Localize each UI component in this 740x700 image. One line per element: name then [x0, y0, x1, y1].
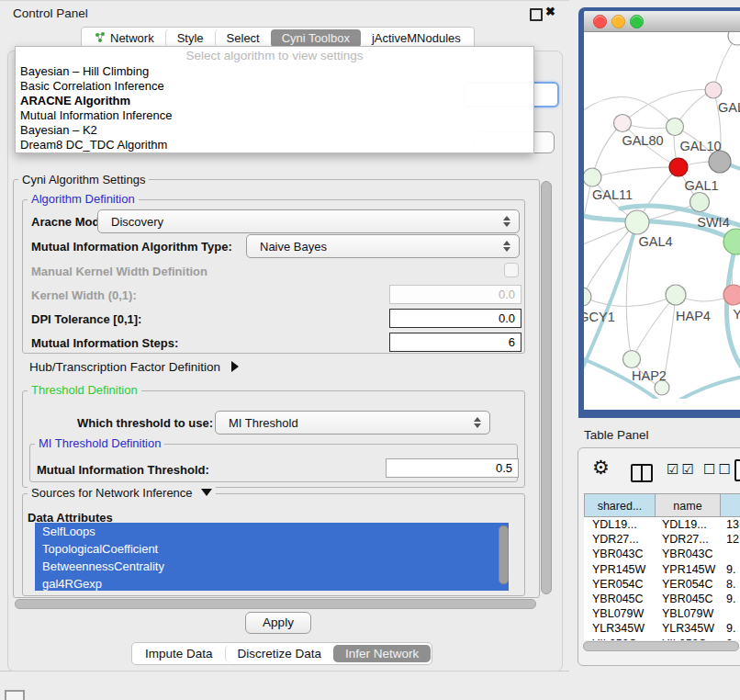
- tab-label: jActiveMNodules: [372, 31, 461, 45]
- network-canvas[interactable]: GAL8GAL80GAL10GAL1GAL11GAL4SWI4GCY1HAP4Y…: [584, 32, 740, 399]
- tab-label: Network: [110, 31, 154, 45]
- table-panel-title: Table Panel: [584, 428, 649, 442]
- attribute-item[interactable]: TopologicalCoefficient: [35, 540, 509, 558]
- table-cell: YBR045C: [654, 592, 718, 606]
- table-cell: 12: [718, 532, 740, 547]
- gear-icon[interactable]: ⚙: [592, 457, 610, 479]
- node-gal10-label: GAL10: [679, 139, 721, 153]
- node-salmon-label: Y: [733, 307, 740, 322]
- table-cell: YIL052C: [654, 637, 718, 641]
- table-row[interactable]: YBR045CYBR045C9.: [584, 592, 740, 606]
- columns-icon[interactable]: [631, 464, 653, 482]
- node-hap2-label: HAP2: [632, 368, 667, 383]
- settings-hscrollbar[interactable]: [15, 599, 536, 609]
- table-row[interactable]: YDL19...YDL19...13: [584, 517, 740, 532]
- sources-group-title[interactable]: Sources for Network Inference: [28, 487, 216, 500]
- table-row[interactable]: YER054CYER054C8.: [584, 577, 740, 592]
- sources-title-label: Sources for Network Inference: [31, 486, 193, 500]
- table-row[interactable]: YLR345WYLR345W9.: [584, 621, 740, 636]
- select-all-checkboxes-icon[interactable]: ☑☑: [667, 461, 697, 478]
- manual-kernel-width-checkbox[interactable]: [504, 263, 519, 277]
- algorithm-option[interactable]: ARACNE Algorithm: [16, 94, 533, 108]
- collapsed-panel-icon[interactable]: [5, 690, 25, 700]
- node-gal11: [584, 168, 601, 186]
- tab-jactivemnodules[interactable]: jActiveMNodules: [361, 29, 472, 47]
- minimize-window-icon[interactable]: [611, 15, 625, 28]
- mi-threshold-group-title: MI Threshold Definition: [35, 437, 164, 450]
- algorithm-option[interactable]: Bayesian – K2: [16, 123, 533, 138]
- tab-style[interactable]: Style: [165, 29, 215, 47]
- tab-cyni-toolbox[interactable]: Cyni Toolbox: [271, 29, 361, 47]
- new-table-icon[interactable]: [734, 459, 740, 481]
- algorithm-option[interactable]: Bayesian – Hill Climbing: [16, 64, 533, 79]
- table-cell: YLR345W: [584, 621, 654, 636]
- tab-label: Cyni Toolbox: [282, 31, 350, 45]
- network-edge-thick: [680, 370, 740, 399]
- table-cell: 13: [718, 517, 740, 532]
- table-cell: [718, 606, 740, 621]
- settings-scrollbar[interactable]: [540, 174, 551, 600]
- network-edge: [622, 89, 713, 123]
- dpi-tolerance-label: DPI Tolerance [0,1]:: [31, 312, 141, 326]
- node-gal80-label: GAL80: [622, 133, 663, 148]
- close-window-icon[interactable]: [593, 15, 607, 28]
- stepper-icon: [470, 417, 485, 428]
- tab-select[interactable]: Select: [215, 29, 271, 47]
- aracne-mode-select[interactable]: Discovery: [97, 209, 520, 233]
- table-row[interactable]: YBL079WYBL079W: [584, 606, 740, 621]
- tab-impute-data[interactable]: Impute Data: [133, 645, 225, 662]
- node-salmon: [723, 285, 740, 305]
- table-cell: YBL079W: [654, 606, 718, 621]
- table-row[interactable]: YIL052CYIL052C9: [584, 637, 740, 641]
- attribute-item[interactable]: SelfLoops: [35, 523, 509, 540]
- kernel-width-field[interactable]: [389, 285, 521, 304]
- table-body: YDL19...YDL19...13YDR27...YDR27...12YBR0…: [584, 517, 740, 640]
- mi-steps-field[interactable]: [389, 333, 521, 352]
- threshold-definition-title: Threshold Definition: [28, 384, 141, 397]
- node-hap4: [666, 285, 686, 305]
- table-row[interactable]: YBR043CYBR043C: [584, 547, 740, 561]
- column-header[interactable]: [721, 493, 740, 517]
- table-cell: YDR27...: [584, 532, 654, 547]
- node-gcy1-label: GCY1: [584, 310, 615, 324]
- tab-label: Select: [227, 31, 260, 45]
- table-hscrollbar[interactable]: [583, 641, 739, 651]
- apply-button[interactable]: Apply: [245, 612, 311, 634]
- algorithm-option[interactable]: Basic Correlation Inference: [16, 79, 533, 94]
- zoom-window-icon[interactable]: [630, 15, 644, 28]
- float-panel-icon[interactable]: [530, 8, 543, 21]
- node-gray: [709, 151, 731, 173]
- attribute-item[interactable]: gal4RGexp: [35, 575, 509, 591]
- table-cell: YER054C: [584, 577, 654, 592]
- table-row[interactable]: YPR145WYPR145W9.: [584, 562, 740, 577]
- kernel-width-label: Kernel Width (0,1):: [31, 288, 137, 302]
- tab-infer-network[interactable]: Infer Network: [333, 645, 431, 662]
- column-header[interactable]: shared...: [584, 493, 656, 517]
- attribute-item[interactable]: BetweennessCentrality: [35, 558, 509, 575]
- dpi-tolerance-field[interactable]: [389, 309, 521, 328]
- node-swi4-label: SWI4: [697, 215, 729, 230]
- algorithm-option[interactable]: Dream8 DC_TDC Algorithm: [16, 138, 533, 152]
- column-header[interactable]: name: [656, 493, 721, 517]
- close-icon[interactable]: ✖: [545, 5, 555, 18]
- table-cell: 9.: [718, 592, 740, 606]
- algorithm-definition-title: Algorithm Definition: [28, 193, 139, 206]
- mi-algorithm-type-select[interactable]: Naive Bayes: [246, 234, 520, 258]
- which-threshold-select[interactable]: MI Threshold: [215, 411, 490, 435]
- mi-threshold-field[interactable]: [386, 458, 519, 478]
- list-scrollbar[interactable]: [499, 525, 509, 584]
- network-edge: [592, 167, 678, 177]
- table-cell: YPR145W: [654, 562, 718, 577]
- table-header-row: shared...name: [584, 493, 740, 517]
- tab-network[interactable]: Network: [84, 29, 165, 47]
- hub-definition-toggle[interactable]: Hub/Transcription Factor Definition: [29, 360, 239, 374]
- node-gal8-label: GAL8: [718, 100, 740, 115]
- deselect-all-checkboxes-icon[interactable]: ☐☐: [703, 461, 734, 478]
- node-top-partial: [728, 32, 740, 45]
- node-gcy1: [584, 288, 591, 306]
- network-window-titlebar[interactable]: [584, 11, 740, 32]
- data-attributes-list: SelfLoopsTopologicalCoefficientBetweenne…: [35, 523, 509, 591]
- algorithm-option[interactable]: Mutual Information Inference: [16, 108, 533, 123]
- table-row[interactable]: YDR27...YDR27...12: [584, 532, 740, 547]
- tab-discretize-data[interactable]: Discretize Data: [225, 645, 334, 662]
